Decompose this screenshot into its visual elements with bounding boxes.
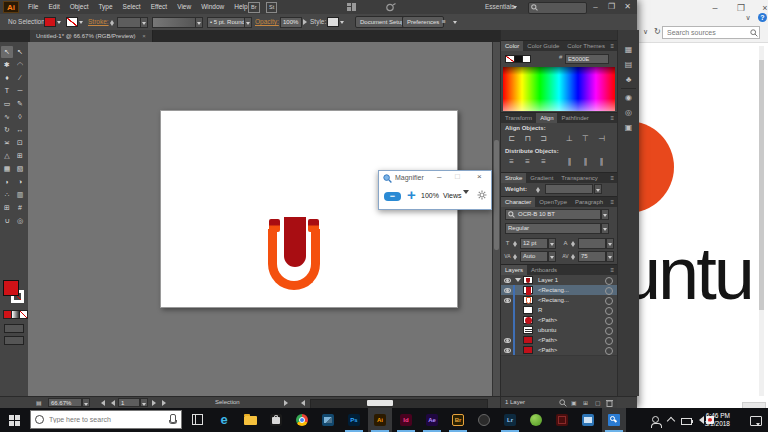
layer-name[interactable]: <Rectang... xyxy=(538,285,569,295)
font-size-dropdown[interactable] xyxy=(548,238,556,249)
maximize-button[interactable]: ❐ xyxy=(604,0,619,13)
font-family-field[interactable]: OCR-B 10 BT xyxy=(505,209,601,220)
draw-mode-button[interactable] xyxy=(4,324,24,333)
arrange-documents-icon[interactable] xyxy=(347,3,356,11)
canvas[interactable] xyxy=(28,42,492,396)
bgwin-maximize-button[interactable]: ❐ xyxy=(736,3,746,13)
weight-stepper[interactable] xyxy=(535,184,542,195)
font-style-field[interactable]: Regular xyxy=(505,223,601,234)
workspace-switcher[interactable]: Essentials xyxy=(485,0,515,15)
eyedropper-tool[interactable]: ◗ xyxy=(1,176,13,188)
close-button[interactable]: ✕ xyxy=(620,0,635,13)
visibility-eye-icon[interactable] xyxy=(504,278,511,283)
visibility-eye-icon[interactable] xyxy=(504,338,511,343)
search-sources-input[interactable] xyxy=(662,26,760,39)
vscroll-thumb[interactable] xyxy=(494,140,499,250)
first-artboard-icon[interactable] xyxy=(98,400,105,406)
layer-name[interactable]: <Path> xyxy=(538,315,557,325)
preferences-button[interactable]: Preferences xyxy=(402,16,444,28)
magnifier-titlebar[interactable]: Magnifier – □ × xyxy=(379,171,491,185)
stroke-color-swatch[interactable] xyxy=(66,17,78,27)
lightroom-button[interactable]: Lr xyxy=(498,408,522,432)
leading-field[interactable] xyxy=(578,238,606,249)
tracking-dropdown[interactable] xyxy=(606,251,614,262)
store-button[interactable] xyxy=(264,408,288,432)
menu-effect[interactable]: Effect xyxy=(151,0,168,14)
last-artboard-icon[interactable] xyxy=(162,400,169,406)
stroke-dropdown-arrow-icon[interactable] xyxy=(78,17,85,28)
stroke-weight-field[interactable] xyxy=(117,17,141,28)
views-dropdown-arrow-icon[interactable] xyxy=(463,190,469,197)
align-top-icon[interactable]: ⊥ xyxy=(563,133,576,144)
stock-button[interactable]: St xyxy=(266,2,277,13)
layer-name[interactable]: <Rectang... xyxy=(538,295,569,305)
free-transform-tool[interactable]: ⊡ xyxy=(14,137,26,149)
symbols-panel-icon[interactable]: ♣ xyxy=(622,74,635,85)
dark-circle-app-button[interactable] xyxy=(472,408,496,432)
clipping-mask-icon[interactable]: ▣ xyxy=(571,399,577,406)
chrome-button[interactable] xyxy=(290,408,314,432)
zoom-tool[interactable]: ◎ xyxy=(14,215,26,227)
bgwin-refresh-icon[interactable]: ↻ xyxy=(654,27,661,36)
weight-dropdown[interactable] xyxy=(594,184,602,194)
bgwin-dropdown-chevron-icon[interactable]: ∨ xyxy=(643,28,648,36)
views-dropdown[interactable]: Views xyxy=(443,192,462,199)
bridge-button[interactable]: Br xyxy=(248,2,260,13)
align-left-icon[interactable]: ⊏ xyxy=(505,133,518,144)
people-icon[interactable] xyxy=(652,416,659,423)
new-sublayer-icon[interactable]: ⊞ xyxy=(583,399,588,406)
target-circle-icon[interactable] xyxy=(605,337,613,345)
magnifier-app-button[interactable] xyxy=(602,408,626,432)
bridge-button[interactable]: Br xyxy=(446,408,470,432)
dark-red-app-button[interactable] xyxy=(550,408,574,432)
indesign-button[interactable]: Id xyxy=(394,408,418,432)
kerning-dropdown[interactable] xyxy=(548,251,556,262)
battery-icon[interactable] xyxy=(681,418,692,425)
disclosure-triangle-icon[interactable] xyxy=(515,278,521,285)
visibility-eye-icon[interactable] xyxy=(504,348,511,353)
photoshop-button[interactable]: Ps xyxy=(342,408,366,432)
kerning-stepper[interactable] xyxy=(512,251,519,262)
menu-edit[interactable]: Edit xyxy=(48,0,59,14)
pen-tool[interactable]: ♦ xyxy=(1,72,13,84)
hidden-icons-chevron[interactable] xyxy=(667,417,675,425)
document-tab[interactable]: Untitled-1* @ 66.67% (RGB/Preview) × xyxy=(30,30,153,42)
bgwin-scrollbar-thumb[interactable] xyxy=(759,60,764,310)
microphone-icon[interactable] xyxy=(170,414,176,423)
align-bottom-icon[interactable]: ⊣ xyxy=(595,133,608,144)
artboard-tool[interactable]: ⊞ xyxy=(1,202,13,214)
visibility-eye-icon[interactable] xyxy=(504,298,511,303)
graph-tool[interactable]: ▥ xyxy=(14,189,26,201)
menu-window[interactable]: Window xyxy=(201,0,224,14)
line-tool[interactable]: ─ xyxy=(14,85,26,97)
mesh-tool[interactable]: ▦ xyxy=(1,163,13,175)
shape-builder-tool[interactable]: △ xyxy=(1,150,13,162)
rectangle-tool[interactable]: ▭ xyxy=(1,98,13,110)
action-center-icon[interactable] xyxy=(750,416,762,426)
bgwin-help-icon[interactable]: ? xyxy=(758,13,767,22)
opacity-field[interactable]: 100% xyxy=(280,17,302,28)
tab-close-icon[interactable]: × xyxy=(142,33,146,39)
target-circle-icon[interactable] xyxy=(605,327,613,335)
appearance-panel-icon[interactable]: ◉ xyxy=(622,92,635,103)
distribute-right-icon[interactable]: ∥ xyxy=(595,156,608,167)
taskbar-clock[interactable]: 6:46 PM 3/1/2018 xyxy=(705,412,730,428)
white-swatch[interactable] xyxy=(522,55,531,63)
share-hand-icon[interactable] xyxy=(386,3,396,12)
type-tool[interactable]: T xyxy=(1,85,13,97)
start-button[interactable] xyxy=(9,415,20,426)
edge-button[interactable]: e xyxy=(212,408,236,432)
target-circle-icon[interactable] xyxy=(605,317,613,325)
color-spectrum[interactable] xyxy=(503,67,615,111)
hex-value-field[interactable]: E5000E xyxy=(565,54,609,64)
font-size-stepper[interactable] xyxy=(512,238,519,249)
weight-field[interactable] xyxy=(545,184,593,194)
minimize-button[interactable]: – xyxy=(588,0,603,13)
gradient-tool[interactable]: ▧ xyxy=(14,163,26,175)
fill-color-swatch[interactable] xyxy=(44,17,56,27)
font-size-field[interactable]: 12 pt xyxy=(520,238,548,249)
font-style-dropdown[interactable] xyxy=(601,223,609,234)
libraries-panel-icon[interactable]: ▣ xyxy=(622,122,635,133)
distribute-bottom-icon[interactable]: ≡ xyxy=(537,156,550,167)
hscroll-left-icon[interactable] xyxy=(298,400,305,406)
